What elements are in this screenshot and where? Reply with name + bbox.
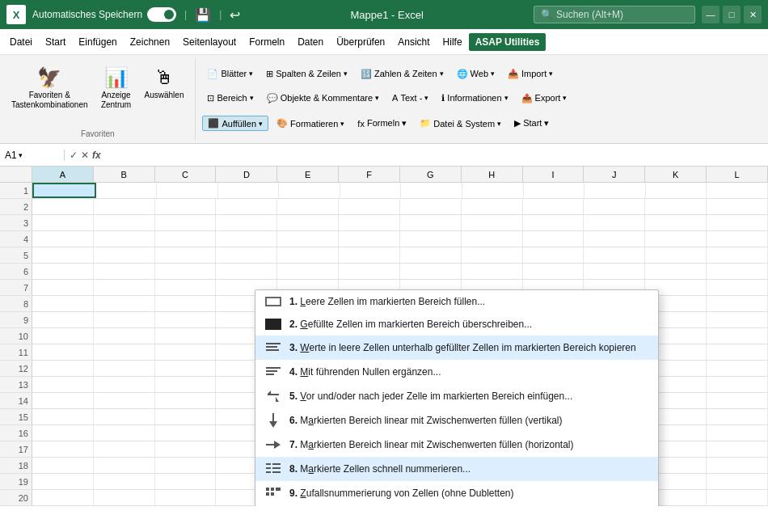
item-9-icon [265, 485, 281, 501]
cell-d1[interactable] [218, 183, 280, 198]
cell-l1[interactable] [707, 183, 768, 198]
close-button[interactable]: ✕ [744, 6, 762, 23]
col-header-c: C [155, 167, 217, 182]
cell-f1[interactable] [340, 183, 402, 198]
menu-asap[interactable]: ASAP Utilities [469, 33, 546, 51]
table-row: 2 [0, 199, 768, 215]
ribbon-group-favoriten: 🦅 Favoriten &Tastenkombinationen 📊 Anzei… [0, 58, 196, 140]
row-num-18: 18 [0, 458, 32, 473]
favoriten-group-label: Favoriten [81, 126, 115, 138]
cell-e1[interactable] [279, 183, 340, 198]
favoriten-label: Favoriten &Tastenkombinationen [11, 91, 88, 110]
menu-formeln[interactable]: Formeln [243, 33, 291, 51]
cell-a1[interactable] [32, 183, 96, 198]
undo-icon[interactable]: ↩ [230, 7, 240, 23]
menu-hilfe[interactable]: Hilfe [437, 33, 469, 51]
ribbon-formeln[interactable]: fx Formeln ▾ [352, 116, 411, 130]
ribbon-datei[interactable]: 📁 Datei & System ▾ [415, 116, 506, 130]
ribbon-objekte[interactable]: 💬 Objekte & Kommentare ▾ [262, 91, 384, 105]
informationen-arrow: ▾ [504, 94, 508, 102]
row-num-8: 8 [0, 296, 32, 311]
maximize-button[interactable]: □ [723, 6, 741, 23]
cell-j1[interactable] [584, 183, 646, 198]
anzeige-label: AnzeigeZentrum [101, 91, 131, 110]
cell-h1[interactable] [462, 183, 524, 198]
menu-datei[interactable]: Datei [3, 33, 39, 51]
item-1-icon [265, 297, 281, 306]
formatieren-arrow: ▾ [340, 120, 344, 128]
spreadsheet-container: A B C D E F G H I J K L 1 2 3 4 [0, 167, 768, 506]
menu-ueberpruefen[interactable]: Überprüfen [330, 33, 391, 51]
dropdown-item-9[interactable]: 9. Zufallsnummerierung von Zellen (ohne … [255, 481, 658, 505]
cell-ref-box[interactable]: A1 ▾ [0, 150, 65, 161]
menu-seitenlayout[interactable]: Seitenlayout [176, 33, 243, 51]
ribbon-btn-auswaehlen[interactable]: 🖱 Auswählen [140, 63, 189, 103]
ribbon-blaetter[interactable]: 📄 Blätter ▾ [202, 67, 258, 81]
menu-einfuegen[interactable]: Einfügen [72, 33, 123, 51]
ribbon-bereich[interactable]: ⊡ Bereich ▾ [202, 91, 258, 105]
cell-i1[interactable] [524, 183, 585, 198]
menu-daten[interactable]: Daten [291, 33, 330, 51]
dropdown-item-2[interactable]: 2. Gefüllte Zellen im markierten Bereich… [255, 313, 658, 336]
formeln-label: Formeln ▾ [367, 118, 407, 129]
col-header-i: I [523, 167, 584, 182]
ribbon-auffuellen[interactable]: ⬛ Auffüllen ▾ [202, 116, 268, 131]
save-icon[interactable]: 💾 [195, 7, 211, 23]
formula-cancel[interactable]: ✕ [81, 150, 89, 161]
ribbon-export[interactable]: 📤 Export ▾ [517, 91, 572, 105]
ribbon-web[interactable]: 🌐 Web ▾ [452, 67, 500, 81]
svg-rect-4 [266, 370, 277, 372]
formula-checkmark[interactable]: ✓ [70, 150, 78, 161]
ribbon-btn-anzeige[interactable]: 📊 AnzeigeZentrum [96, 63, 137, 113]
dropdown-item-3[interactable]: 3. Werte in leere Zellen unterhalb gefül… [255, 336, 658, 360]
svg-marker-8 [276, 397, 279, 402]
col-header-j: J [584, 167, 645, 182]
dropdown-item-8[interactable]: 8. Markierte Zellen schnell nummerieren.… [255, 457, 658, 481]
cell-c1[interactable] [157, 183, 218, 198]
svg-marker-11 [274, 441, 281, 449]
col-header-e: E [277, 167, 339, 182]
ribbon-informationen[interactable]: ℹ Informationen ▾ [437, 91, 513, 105]
blaetter-icon: 📄 [207, 69, 218, 79]
item-9-text: 9. Zufallsnummerierung von Zellen (ohne … [289, 488, 514, 499]
title-sep-2: | [219, 9, 222, 20]
auffuellen-arrow: ▾ [259, 120, 263, 128]
web-arrow: ▾ [491, 70, 495, 78]
minimize-button[interactable]: — [702, 6, 719, 23]
dropdown-item-7[interactable]: 7. Markierten Bereich linear mit Zwische… [255, 433, 658, 457]
table-row: 1 [0, 183, 768, 199]
ribbon-import[interactable]: 📥 Import ▾ [503, 67, 558, 81]
autosave-section: Automatisches Speichern [32, 7, 176, 22]
ribbon-start[interactable]: ▶ Start ▾ [509, 116, 554, 130]
ribbon-spalten[interactable]: ⊞ Spalten & Zeilen ▾ [261, 67, 352, 81]
favoriten-icon: 🦅 [37, 66, 61, 89]
menu-zeichnen[interactable]: Zeichnen [124, 33, 176, 51]
row-num-15: 15 [0, 409, 32, 424]
informationen-label: Informationen [447, 93, 501, 103]
bereich-arrow: ▾ [250, 94, 254, 102]
search-box[interactable]: 🔍 Suchen (Alt+M) [534, 6, 695, 23]
dropdown-item-6[interactable]: 6. Markierten Bereich linear mit Zwische… [255, 408, 658, 433]
menu-ansicht[interactable]: Ansicht [391, 33, 436, 51]
start-label: Start ▾ [523, 118, 549, 129]
ribbon-btn-favoriten[interactable]: 🦅 Favoriten &Tastenkombinationen [6, 63, 93, 113]
row-num-13: 13 [0, 377, 32, 392]
col-header-f: F [339, 167, 400, 182]
ribbon-formatieren[interactable]: 🎨 Formatieren ▾ [272, 116, 349, 130]
autosave-toggle[interactable] [147, 7, 176, 22]
row-num-14: 14 [0, 393, 32, 408]
dropdown-item-4[interactable]: 4. Mit führenden Nullen ergänzen... [255, 360, 658, 384]
row-num-19: 19 [0, 474, 32, 489]
cell-g1[interactable] [401, 183, 462, 198]
ribbon-text[interactable]: A Text - ▾ [387, 91, 433, 104]
cell-k1[interactable] [646, 183, 707, 198]
dropdown-item-5[interactable]: 5. Vor und/oder nach jeder Zelle im mark… [255, 384, 658, 408]
auffuellen-dropdown-menu: 1. Leere Zellen im markierten Bereich fü… [255, 289, 659, 506]
formula-fx[interactable]: fx [92, 150, 101, 161]
ribbon-zahlen[interactable]: 🔢 Zahlen & Zeiten ▾ [356, 67, 449, 81]
dropdown-item-1[interactable]: 1. Leere Zellen im markierten Bereich fü… [255, 290, 658, 313]
spalten-label: Spalten & Zeilen [276, 69, 341, 78]
dropdown-item-10[interactable]: 10. Aktuelles Datum und Zeit einschließl… [255, 505, 658, 506]
cell-b1[interactable] [96, 183, 158, 198]
menu-start[interactable]: Start [39, 33, 72, 51]
